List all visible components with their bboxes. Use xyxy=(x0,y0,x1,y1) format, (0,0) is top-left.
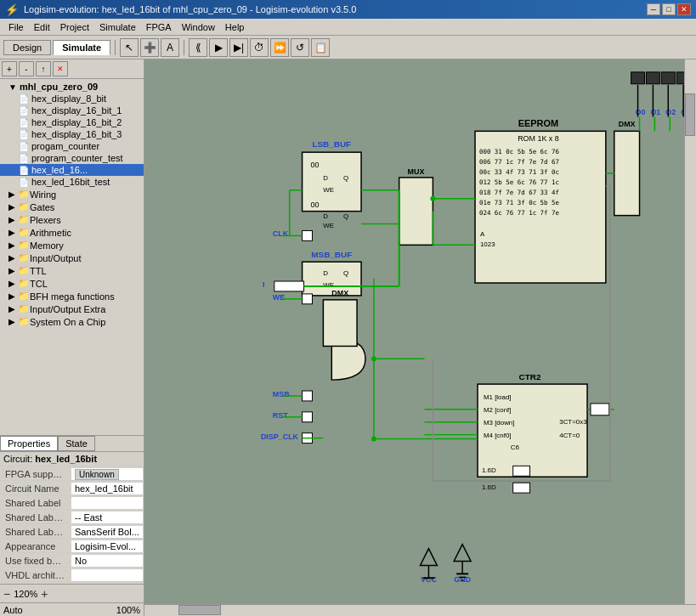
prop-val-shared1[interactable] xyxy=(71,497,143,510)
mux-component[interactable]: MUX xyxy=(399,167,433,245)
tree-expand-btn[interactable]: + xyxy=(2,61,17,76)
menu-window[interactable]: Window xyxy=(177,20,220,34)
tree-soc[interactable]: ▶ 📁 System On a Chip xyxy=(0,315,144,328)
tree-up-btn[interactable]: ↑ xyxy=(36,61,51,76)
prop-val-vhdl[interactable] xyxy=(71,569,143,582)
file-icon-hex-led16-test: 📄 xyxy=(19,178,29,187)
tool-log[interactable]: 📋 xyxy=(311,38,330,57)
prop-row-vhdl: VHDL archite... xyxy=(2,569,143,582)
tree-delete-btn[interactable]: ✕ xyxy=(53,61,68,76)
tab-simulate[interactable]: Simulate xyxy=(53,40,110,55)
svg-text:ROM 1K x 8: ROM 1K x 8 xyxy=(518,134,559,143)
svg-text:4CT=0: 4CT=0 xyxy=(559,432,580,439)
svg-text:LSB_BUF: LSB_BUF xyxy=(312,139,351,149)
tool-wire[interactable]: A xyxy=(161,38,179,57)
prop-row-shared2: Shared Label ... -- East xyxy=(2,511,143,524)
tree-memory[interactable]: ▶ 📁 Memory xyxy=(0,239,144,251)
tree-hex16-3[interactable]: 📄 hex_display_16_bit_3 xyxy=(0,128,144,140)
app-icon: ⚡ xyxy=(5,3,19,16)
maximize-button[interactable]: □ xyxy=(662,3,676,15)
tree-label-hex-led16-test: hex_led_16bit_test xyxy=(31,177,110,187)
svg-text:00c 33 4f 73 71 3f 0c: 00c 33 4f 73 71 3f 0c xyxy=(479,168,559,176)
tool-add[interactable]: ➕ xyxy=(140,38,159,57)
menu-fpga[interactable]: FPGA xyxy=(141,20,177,34)
prop-val-fpga[interactable]: Unknown xyxy=(71,468,143,481)
prop-val-fixedbox[interactable]: No xyxy=(71,555,143,568)
prop-row-fpga: FPGA support... Unknown xyxy=(2,468,143,481)
svg-text:M2 [conf]: M2 [conf] xyxy=(484,406,512,414)
tree-arithmetic[interactable]: ▶ 📁 Arithmetic xyxy=(0,226,144,239)
menubar: File Edit Project Simulate FPGA Window H… xyxy=(0,19,696,36)
tree-wiring[interactable]: ▶ 📁 Wiring xyxy=(0,188,144,201)
tool-reset[interactable]: ↺ xyxy=(291,38,309,57)
tree-collapse-btn[interactable]: - xyxy=(19,61,34,76)
svg-point-111 xyxy=(430,196,435,201)
tree-plexers[interactable]: ▶ 📁 Plexers xyxy=(0,213,144,226)
tree-label-hex16-1: hex_display_16_bit_1 xyxy=(31,105,122,116)
menu-simulate[interactable]: Simulate xyxy=(94,20,141,34)
menu-project[interactable]: Project xyxy=(55,20,94,34)
left-panel: + - ↑ ✕ ▼ mhl_cpu_zero_09 📄 hex_display_… xyxy=(0,59,144,616)
tree-io[interactable]: ▶ 📁 Input/Output xyxy=(0,251,144,264)
tree-hex16-2[interactable]: 📄 hex_display_16_bit_2 xyxy=(0,116,144,128)
circuit-diagram: LSB_BUF 00 D Q WE 00 D Q WE MSB_BUF D Q … xyxy=(144,59,696,616)
tree-label-hex16-2: hex_display_16_bit_2 xyxy=(31,117,122,127)
prop-val-circuit[interactable]: hex_led_16bit xyxy=(71,483,143,495)
menu-help[interactable]: Help xyxy=(220,20,250,34)
tool-play[interactable]: ▶ xyxy=(209,38,228,57)
tree-io-extra[interactable]: ▶ 📁 Input/Output Extra xyxy=(0,302,144,315)
tree-gates[interactable]: ▶ 📁 Gates xyxy=(0,201,144,213)
svg-text:006 77 1c 7f 7e 7d 67: 006 77 1c 7f 7e 7d 67 xyxy=(479,158,559,166)
tab-properties[interactable]: Properties xyxy=(0,436,58,451)
prop-val-shared2[interactable]: -- East xyxy=(71,511,143,524)
props-tabs: Properties State xyxy=(0,436,144,452)
menu-file[interactable]: File xyxy=(3,20,29,34)
tab-design[interactable]: Design xyxy=(3,40,51,55)
ctr2-component[interactable]: CTR2 M1 [load] M2 [conf] M3 [down] M4 [c… xyxy=(478,372,587,477)
menu-edit[interactable]: Edit xyxy=(29,20,55,34)
vertical-scrollbar[interactable] xyxy=(684,59,696,604)
tree-bfh[interactable]: ▶ 📁 BFH mega functions xyxy=(0,290,144,302)
folder-icon-plexers: ▶ xyxy=(8,215,15,224)
tree-program-counter-test[interactable]: 📄 program_counter_test xyxy=(0,152,144,164)
svg-rect-61 xyxy=(303,230,313,240)
prop-val-shared3[interactable]: SansSerif Bol... xyxy=(71,526,143,539)
tree-label-hex16-3: hex_display_16_bit_3 xyxy=(31,129,122,139)
svg-text:O2: O2 xyxy=(665,108,676,116)
svg-rect-55 xyxy=(513,466,530,476)
svg-rect-42 xyxy=(646,72,659,84)
tree-hex16-1[interactable]: 📄 hex_display_16_bit_1 xyxy=(0,105,144,116)
prop-val-appearance[interactable]: Logisim-Evol... xyxy=(71,540,143,553)
folder-icon-io-extra: ▶ xyxy=(8,304,15,314)
zoom-bar: − 120% + xyxy=(0,584,144,602)
eeprom-component[interactable]: EEPROM ROM 1K x 8 000 31 0c 5b 5e 6c 76 … xyxy=(475,118,606,283)
tool-step-back[interactable]: ⟪ xyxy=(189,38,207,57)
close-button[interactable]: ✕ xyxy=(677,3,691,15)
svg-rect-64 xyxy=(303,294,313,304)
tree-hex-led16[interactable]: 📄 hex_led_16... xyxy=(0,164,144,176)
svg-text:WE: WE xyxy=(323,281,334,289)
circuit-canvas[interactable]: LSB_BUF 00 D Q WE 00 D Q WE MSB_BUF D Q … xyxy=(144,59,696,616)
zoom-out-btn[interactable]: − xyxy=(3,587,10,601)
zoom-in-btn[interactable]: + xyxy=(41,587,48,601)
tree-ttl[interactable]: ▶ 📁 TTL xyxy=(0,264,144,277)
prop-row-appearance: Appearance Logisim-Evol... xyxy=(2,540,143,553)
svg-text:MSB: MSB xyxy=(273,390,290,398)
tool-step[interactable]: ▶| xyxy=(229,38,248,57)
svg-rect-41 xyxy=(631,72,645,84)
tree-tcl[interactable]: ▶ 📁 TCL xyxy=(0,277,144,290)
tree-hex8[interactable]: 📄 hex_display_8_bit xyxy=(0,93,144,105)
svg-text:Q: Q xyxy=(343,212,348,220)
folder-icon-memory: ▶ xyxy=(8,240,15,250)
minimize-button[interactable]: ─ xyxy=(647,3,660,15)
dmx-top-component[interactable]: DMX xyxy=(614,120,640,215)
tab-state[interactable]: State xyxy=(58,436,95,451)
svg-text:O1: O1 xyxy=(650,108,660,116)
horizontal-scrollbar[interactable] xyxy=(144,604,696,616)
tree-progam-counter[interactable]: 📄 progam_counter xyxy=(0,140,144,152)
tool-clock[interactable]: ⏱ xyxy=(250,38,269,57)
tree-hex-led16-test[interactable]: 📄 hex_led_16bit_test xyxy=(0,176,144,188)
tool-fast[interactable]: ⏩ xyxy=(270,38,289,57)
tree-root[interactable]: ▼ mhl_cpu_zero_09 xyxy=(0,81,144,93)
tool-pointer[interactable]: ↖ xyxy=(120,38,139,57)
